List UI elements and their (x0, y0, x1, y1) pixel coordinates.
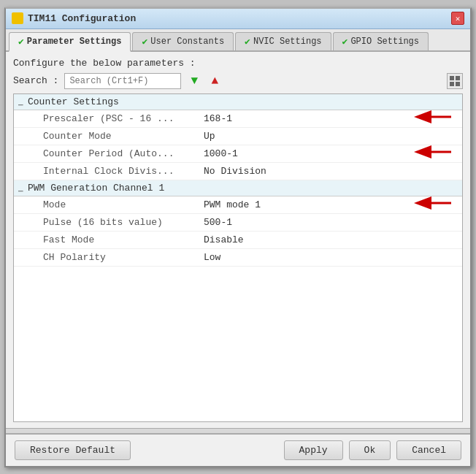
tab-user-constants[interactable]: ✔ User Constants (132, 32, 234, 50)
param-row-counter-period[interactable]: Counter Period (Auto... 1000-1 (14, 145, 462, 163)
param-row-ch-polarity[interactable]: CH Polarity Low (14, 249, 462, 267)
param-name-pulse: Pulse (16 bits value) (43, 217, 204, 228)
tab-check-icon: ✔ (18, 36, 24, 47)
title-bar-left: TIM11 Configuration (12, 12, 136, 24)
arrow-counter-period (411, 144, 455, 163)
param-row-fast-mode[interactable]: Fast Mode Disable (14, 232, 462, 249)
tab-nvic-settings[interactable]: ✔ NVIC Settings (235, 32, 331, 50)
tab-gpio-settings[interactable]: ✔ GPIO Settings (333, 32, 429, 50)
param-name-mode: Mode (43, 199, 204, 210)
tab-parameter-settings[interactable]: ✔ Parameter Settings (9, 32, 131, 52)
section-pwm-generation[interactable]: ⎯ PWM Generation Channel 1 (14, 180, 462, 196)
search-row: Search : ▼ ▲ (13, 73, 463, 89)
tab-check-icon: ✔ (245, 36, 250, 47)
param-name-counter-period: Counter Period (Auto... (43, 148, 204, 159)
tab-bar: ✔ Parameter Settings ✔ User Constants ✔ … (6, 29, 470, 52)
param-row-pulse[interactable]: Pulse (16 bits value) 500-1 (14, 214, 462, 232)
svg-rect-2 (450, 82, 454, 86)
ok-button[interactable]: Ok (349, 440, 391, 460)
window-title: TIM11 Configuration (28, 13, 136, 24)
tab-check-icon: ✔ (342, 36, 348, 47)
section-counter-settings[interactable]: ⎯ Counter Settings (14, 94, 462, 110)
restore-default-button[interactable]: Restore Default (15, 440, 131, 460)
param-value-prescaler: 168-1 (204, 113, 232, 124)
search-prev-button[interactable]: ▲ (207, 74, 222, 88)
search-input[interactable] (64, 73, 181, 89)
param-name-prescaler: Prescaler (PSC - 16 ... (43, 113, 204, 124)
param-name-ch-polarity: CH Polarity (43, 252, 204, 263)
footer-right-buttons: Apply Ok Cancel (284, 440, 461, 460)
content-area: Configure the below parameters : Search … (6, 52, 470, 428)
arrow-mode (411, 195, 455, 214)
title-bar: TIM11 Configuration ✕ (6, 9, 470, 29)
svg-rect-1 (456, 76, 460, 80)
collapse-icon-pwm[interactable]: ⎯ (18, 183, 23, 192)
close-button[interactable]: ✕ (451, 12, 464, 25)
configure-text: Configure the below parameters : (13, 58, 463, 69)
param-value-counter-mode: Up (204, 131, 215, 142)
param-name-fast-mode: Fast Mode (43, 234, 204, 245)
section-pwm-label: PWM Generation Channel 1 (28, 183, 164, 194)
param-value-counter-period: 1000-1 (204, 148, 238, 159)
param-value-internal-clock: No Division (204, 166, 266, 177)
param-name-internal-clock: Internal Clock Divis... (43, 166, 204, 177)
section-label: Counter Settings (28, 96, 119, 107)
param-row-internal-clock[interactable]: Internal Clock Divis... No Division (14, 163, 462, 180)
param-name-counter-mode: Counter Mode (43, 131, 204, 142)
tab-check-icon: ✔ (142, 36, 147, 47)
empty-table-space (14, 267, 462, 383)
tab-label: Parameter Settings (27, 37, 122, 47)
collapse-icon[interactable]: ⎯ (18, 97, 23, 106)
param-row-counter-mode[interactable]: Counter Mode Up (14, 128, 462, 145)
red-arrow-icon-3 (411, 195, 455, 211)
red-arrow-icon-2 (411, 144, 455, 160)
grid-icon (450, 76, 460, 86)
param-row-mode[interactable]: Mode PWM mode 1 (14, 196, 462, 214)
tab-label: NVIC Settings (253, 37, 322, 47)
grid-view-button[interactable] (447, 73, 463, 89)
svg-rect-0 (450, 76, 454, 80)
param-value-ch-polarity: Low (204, 252, 220, 263)
svg-rect-3 (456, 82, 460, 86)
tab-label: GPIO Settings (350, 37, 419, 47)
arrow-prescaler (411, 109, 455, 128)
red-arrow-icon (411, 109, 455, 125)
separator (6, 428, 470, 434)
param-value-mode: PWM mode 1 (204, 199, 261, 210)
params-table: ⎯ Counter Settings Prescaler (PSC - 16 .… (13, 93, 463, 422)
main-window: TIM11 Configuration ✕ ✔ Parameter Settin… (4, 7, 472, 467)
window-icon (12, 12, 23, 24)
footer: Restore Default Apply Ok Cancel (6, 434, 470, 466)
tab-label: User Constants (150, 37, 224, 47)
param-value-fast-mode: Disable (204, 234, 244, 245)
param-value-pulse: 500-1 (204, 217, 232, 228)
apply-button[interactable]: Apply (284, 440, 343, 460)
search-next-button[interactable]: ▼ (187, 74, 201, 88)
search-label: Search : (13, 75, 58, 86)
cancel-button[interactable]: Cancel (396, 440, 461, 460)
param-row-prescaler[interactable]: Prescaler (PSC - 16 ... 168-1 (14, 110, 462, 128)
